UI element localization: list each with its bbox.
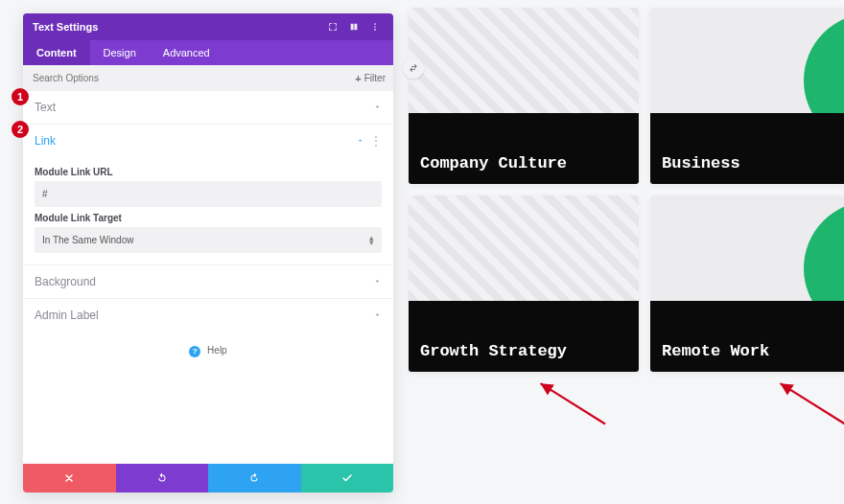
tab-design[interactable]: Design bbox=[90, 40, 150, 65]
search-row: + Filter bbox=[23, 65, 393, 91]
card-title: Remote Work bbox=[650, 301, 844, 372]
svg-line-3 bbox=[541, 383, 606, 424]
card-title: Company Culture bbox=[409, 113, 639, 184]
card-image bbox=[409, 195, 639, 301]
redo-button[interactable] bbox=[208, 464, 301, 493]
close-icon bbox=[63, 472, 75, 484]
link-target-select[interactable] bbox=[35, 227, 382, 253]
chevron-down-icon bbox=[373, 275, 382, 288]
link-url-input[interactable] bbox=[35, 181, 382, 207]
help-label: Help bbox=[207, 345, 227, 355]
section-link-body: Module Link URL Module Link Target ▴▾ bbox=[23, 157, 393, 264]
help-icon: ? bbox=[189, 346, 200, 357]
card-business[interactable]: Business bbox=[650, 8, 844, 184]
svg-line-4 bbox=[781, 383, 845, 424]
section-background[interactable]: Background bbox=[23, 265, 393, 298]
builder-swap-icon[interactable] bbox=[403, 57, 424, 79]
text-settings-panel: Text Settings Content Design Advanced bbox=[23, 13, 393, 493]
svg-point-1 bbox=[374, 26, 376, 28]
card-title: Business bbox=[650, 113, 844, 184]
undo-button[interactable] bbox=[116, 464, 209, 493]
select-updown-icon: ▴▾ bbox=[369, 235, 374, 245]
card-image bbox=[650, 195, 844, 301]
svg-point-2 bbox=[374, 29, 376, 31]
card-remote-work[interactable]: Remote Work bbox=[650, 195, 844, 372]
panel-footer bbox=[23, 464, 393, 493]
tab-advanced[interactable]: Advanced bbox=[150, 40, 223, 65]
chevron-down-icon bbox=[373, 101, 382, 114]
annotation-arrow bbox=[528, 374, 614, 431]
save-button[interactable] bbox=[301, 464, 394, 493]
section-text-label: Text bbox=[35, 101, 373, 114]
chevron-down-icon bbox=[373, 309, 382, 322]
section-link[interactable]: Link ⋮ bbox=[23, 125, 393, 157]
search-input[interactable] bbox=[23, 65, 347, 91]
snap-icon[interactable] bbox=[345, 18, 363, 35]
card-growth-strategy[interactable]: Growth Strategy bbox=[409, 195, 639, 372]
card-image bbox=[409, 8, 639, 113]
filter-label: Filter bbox=[364, 73, 386, 83]
expand-icon[interactable] bbox=[324, 18, 341, 35]
card-grid: Company Culture Business Growth Strategy… bbox=[409, 8, 844, 372]
kebab-icon[interactable] bbox=[366, 18, 384, 35]
panel-tabs: Content Design Advanced bbox=[23, 40, 393, 65]
green-circle-graphic bbox=[804, 13, 844, 113]
svg-point-0 bbox=[374, 23, 376, 25]
card-company-culture[interactable]: Company Culture bbox=[409, 8, 639, 184]
help-link[interactable]: ? Help bbox=[23, 332, 393, 371]
cancel-button[interactable] bbox=[23, 464, 116, 493]
check-icon bbox=[341, 472, 353, 484]
section-text[interactable]: Text bbox=[23, 91, 393, 124]
panel-title: Text Settings bbox=[33, 21, 98, 33]
chevron-up-icon bbox=[356, 134, 364, 148]
panel-header[interactable]: Text Settings bbox=[23, 13, 393, 40]
tab-content[interactable]: Content bbox=[23, 40, 90, 65]
filter-button[interactable]: + Filter bbox=[347, 69, 393, 88]
plus-icon: + bbox=[355, 73, 361, 84]
section-background-label: Background bbox=[35, 275, 373, 288]
section-link-label: Link bbox=[35, 134, 356, 148]
link-url-label: Module Link URL bbox=[35, 167, 382, 177]
annotation-badge-2: 2 bbox=[12, 121, 29, 138]
link-target-label: Module Link Target bbox=[35, 213, 382, 223]
section-kebab-icon[interactable]: ⋮ bbox=[370, 134, 382, 148]
section-admin-label-label: Admin Label bbox=[35, 309, 373, 322]
annotation-arrow bbox=[767, 374, 844, 431]
annotation-badge-1: 1 bbox=[12, 88, 29, 105]
card-title: Growth Strategy bbox=[409, 301, 639, 372]
undo-icon bbox=[156, 472, 168, 484]
green-circle-graphic bbox=[804, 201, 844, 301]
card-image bbox=[650, 8, 844, 113]
redo-icon bbox=[248, 472, 260, 484]
section-admin-label[interactable]: Admin Label bbox=[23, 299, 393, 332]
